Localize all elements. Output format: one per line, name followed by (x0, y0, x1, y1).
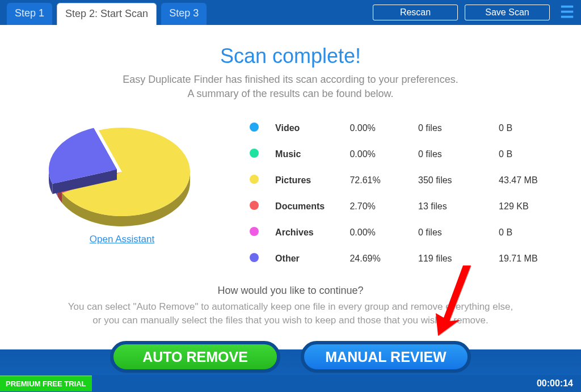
legend-category: Archives (271, 220, 344, 245)
page-title: Scan complete! (0, 44, 581, 68)
legend-color-dot (250, 201, 259, 210)
help-line-2: or you can manually select the files tha… (23, 314, 558, 327)
legend-color-dot (250, 253, 259, 262)
legend-color-dot (250, 175, 259, 184)
tab-step-3[interactable]: Step 3 (161, 3, 207, 25)
auto-remove-button[interactable]: AUTO REMOVE (110, 341, 280, 373)
tab-step-2[interactable]: Step 2: Start Scan (57, 3, 157, 26)
save-scan-button[interactable]: Save Scan (465, 5, 550, 20)
legend-size: 0 B (494, 116, 580, 141)
legend-file-count: 13 files (414, 194, 493, 219)
legend-row: Pictures72.61%350 files43.47 MB (245, 168, 580, 193)
scan-timer: 00:00:14 (537, 378, 573, 389)
rescan-button[interactable]: Rescan (373, 5, 458, 20)
results-legend: Video0.00%0 files0 BMusic0.00%0 files0 B… (244, 112, 581, 272)
continue-question: How would you like to continue? (0, 285, 581, 297)
manual-review-button[interactable]: MANUAL REVIEW (301, 341, 471, 373)
subtitle-line-1: Easy Duplicate Finder has finished its s… (0, 73, 581, 87)
trial-badge: PREMIUM FREE TRIAL (0, 376, 92, 391)
legend-file-count: 0 files (414, 142, 493, 167)
legend-percent: 0.00% (345, 116, 412, 141)
legend-category: Other (271, 246, 344, 271)
legend-percent: 0.00% (345, 220, 412, 245)
legend-row: Archives0.00%0 files0 B (245, 220, 580, 245)
legend-color-dot (250, 123, 259, 132)
legend-file-count: 119 files (414, 246, 493, 271)
legend-size: 43.47 MB (494, 168, 580, 193)
legend-category: Video (271, 116, 344, 141)
pie-chart-svg (48, 112, 196, 231)
header-bar: Step 1 Step 2: Start Scan Step 3 Rescan … (0, 0, 581, 25)
help-line-1: You can select "Auto Remove" to automati… (23, 300, 558, 314)
legend-size: 0 B (494, 220, 580, 245)
wizard-tabs: Step 1 Step 2: Start Scan Step 3 (0, 0, 207, 25)
subtitle-line-2: A summary of the results can be found be… (0, 87, 581, 101)
legend-category: Pictures (271, 168, 344, 193)
action-bar: AUTO REMOVE MANUAL REVIEW (0, 339, 581, 375)
footer-bar: PREMIUM FREE TRIAL 00:00:14 (0, 375, 581, 392)
legend-row: Other24.69%119 files19.71 MB (245, 246, 580, 271)
legend-row: Documents2.70%13 files129 KB (245, 194, 580, 219)
legend-file-count: 0 files (414, 116, 493, 141)
legend-size: 19.71 MB (494, 246, 580, 271)
legend-row: Music0.00%0 files0 B (245, 142, 580, 167)
header-actions: Rescan Save Scan ☰ (373, 5, 574, 20)
legend-percent: 72.61% (345, 168, 412, 193)
legend-color-dot (250, 227, 259, 236)
legend-category: Documents (271, 194, 344, 219)
pie-chart (48, 112, 196, 231)
menu-icon[interactable]: ☰ (560, 5, 574, 20)
legend-percent: 24.69% (345, 246, 412, 271)
legend-file-count: 350 files (414, 168, 493, 193)
legend-percent: 0.00% (345, 142, 412, 167)
continue-help: You can select "Auto Remove" to automati… (0, 300, 581, 327)
legend-size: 0 B (494, 142, 580, 167)
legend-color-dot (250, 149, 259, 158)
page-subtitle: Easy Duplicate Finder has finished its s… (0, 73, 581, 101)
main-content: Scan complete! Easy Duplicate Finder has… (0, 25, 581, 339)
legend-percent: 2.70% (345, 194, 412, 219)
open-assistant-link[interactable]: Open Assistant (90, 234, 154, 245)
chart-column: Open Assistant (0, 112, 244, 272)
legend-table: Video0.00%0 files0 BMusic0.00%0 files0 B… (244, 115, 581, 272)
legend-row: Video0.00%0 files0 B (245, 116, 580, 141)
legend-size: 129 KB (494, 194, 580, 219)
legend-category: Music (271, 142, 344, 167)
legend-file-count: 0 files (414, 220, 493, 245)
tab-step-1[interactable]: Step 1 (7, 3, 52, 25)
